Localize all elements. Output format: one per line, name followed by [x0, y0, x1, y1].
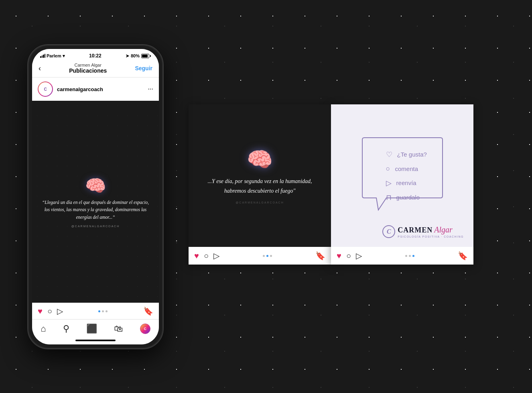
cards-area: 🧠 ...Y ese día, por segunda vez en la hu… — [189, 104, 473, 265]
phone-outer: Parlem ▾ 10:22 ➤ 80% ‹ — [27, 44, 164, 349]
like-button[interactable]: ♥ — [38, 307, 43, 316]
signal-bars — [40, 54, 45, 58]
avatar-inner: C — [39, 82, 52, 96]
card-1-dot-2 — [266, 255, 268, 257]
reels-nav-icon[interactable]: ⬛ — [86, 324, 97, 334]
comment-button[interactable]: ○ — [47, 307, 52, 316]
save-label: guardalo — [396, 194, 420, 201]
post-watermark: @CARMENALGARCOACH — [36, 225, 155, 228]
profile-left: C carmenalgarcoach — [38, 81, 103, 97]
more-options-button[interactable]: ··· — [148, 85, 154, 94]
like-label: ¿Te gusta? — [397, 151, 427, 158]
card-1-watermark: @CARMENALGARCOACH — [236, 201, 284, 204]
nav-title: Carmen Algar Publicaciones — [69, 63, 107, 74]
speech-bubble: ♡ ¿Te gusta? ○ comenta ▷ reenvía ⊓ — [354, 136, 451, 216]
brand-logo: C CARMEN Algar PSICOLOGÍA POSITIVA · COA… — [382, 225, 464, 238]
card-1-indicator — [263, 255, 272, 257]
home-bar — [75, 340, 116, 341]
profile-nav-avatar[interactable]: C — [140, 324, 150, 334]
publications-label: Publicaciones — [69, 67, 107, 74]
home-icon: ⌂ — [41, 324, 46, 334]
brain-icon: 🧠 — [36, 176, 155, 195]
engagement-comment: ○ comenta — [386, 164, 427, 173]
engagement-like: ♡ ¿Te gusta? — [386, 150, 427, 159]
instagram-card-2: ♡ ¿Te gusta? ○ comenta ▷ reenvía ⊓ — [331, 104, 473, 265]
logo-c-letter: C — [382, 225, 395, 238]
logo-text-block: CARMEN Algar PSICOLOGÍA POSITIVA · COACH… — [398, 225, 464, 238]
username-label[interactable]: carmenalgarcoach — [57, 86, 103, 92]
card-2-comment-button[interactable]: ○ — [346, 251, 351, 261]
comment-label: comenta — [395, 165, 418, 172]
dot-2 — [102, 310, 104, 312]
battery-icon — [141, 54, 151, 58]
dot-1 — [98, 310, 100, 312]
card-2-share-button[interactable]: ▷ — [356, 251, 362, 261]
carrier-label: Parlem — [47, 53, 61, 58]
card-1-like-button[interactable]: ♥ — [194, 251, 199, 261]
follow-button[interactable]: Seguir — [135, 65, 152, 71]
share-icon-eng: ▷ — [386, 178, 392, 187]
engagement-save: ⊓ guardalo — [386, 193, 427, 202]
instagram-card-1: 🧠 ...Y ese día, por segunda vez en la hu… — [189, 104, 331, 265]
card-2-indicator — [405, 255, 414, 257]
profile-row: C carmenalgarcoach ··· — [32, 77, 159, 101]
logo-carmen-text: CARMEN — [398, 226, 433, 234]
time-label: 10:22 — [89, 53, 102, 59]
logo-algar-text: Algar — [434, 225, 453, 234]
nav-home[interactable]: ⌂ — [41, 324, 46, 334]
card-1-quote: ...Y ese día, por segunda vez en la huma… — [189, 177, 331, 195]
card-1-share-button[interactable]: ▷ — [213, 251, 219, 261]
status-right: ➤ 80% — [126, 53, 151, 59]
dot-3 — [106, 310, 108, 312]
nav-header: ‹ Carmen Algar Publicaciones Seguir — [32, 60, 159, 77]
card-1-actions: ♥ ○ ▷ 🔖 — [189, 247, 331, 265]
save-icon-eng: ⊓ — [386, 193, 392, 202]
card-1-brain-icon: 🧠 — [247, 147, 273, 172]
main-scene: Parlem ▾ 10:22 ➤ 80% ‹ — [0, 0, 532, 393]
back-button[interactable]: ‹ — [39, 64, 41, 73]
search-nav-icon[interactable]: ⚲ — [63, 324, 69, 334]
location-icon: ➤ — [126, 53, 129, 59]
card-1-actions-left: ♥ ○ ▷ — [194, 251, 219, 261]
home-indicator — [32, 336, 159, 344]
card-1-dot-3 — [270, 255, 272, 257]
profile-name-label: Carmen Algar — [69, 63, 107, 67]
post-image: 🧠 “Llegará un día en el que después de d… — [32, 101, 159, 303]
engagement-share: ▷ reenvía — [386, 178, 427, 187]
logo-subtitle: PSICOLOGÍA POSITIVA · COACHING — [398, 235, 464, 238]
card-1-image: 🧠 ...Y ese día, por segunda vez en la hu… — [189, 104, 331, 247]
share-label: reenvía — [396, 179, 416, 186]
phone-screen: Parlem ▾ 10:22 ➤ 80% ‹ — [32, 49, 159, 344]
shop-nav-icon[interactable]: 🛍 — [114, 324, 123, 334]
comment-icon-eng: ○ — [386, 164, 390, 173]
phone-mockup: Parlem ▾ 10:22 ➤ 80% ‹ — [27, 44, 164, 349]
post-content: 🧠 “Llegará un día en el que después de d… — [32, 172, 159, 232]
card-2-actions-left: ♥ ○ ▷ — [337, 251, 362, 261]
status-left: Parlem ▾ — [40, 53, 65, 59]
card-2-actions: ♥ ○ ▷ 🔖 — [331, 247, 473, 265]
bookmark-button[interactable]: 🔖 — [143, 306, 153, 316]
card-1-dot-1 — [263, 255, 265, 257]
post-actions: ♥ ○ ▷ 🔖 — [32, 303, 159, 319]
card-2-like-button[interactable]: ♥ — [337, 251, 341, 261]
wifi-icon: ▾ — [63, 53, 65, 59]
post-quote: “Llegará un día en el que después de dom… — [36, 199, 155, 221]
status-bar: Parlem ▾ 10:22 ➤ 80% — [32, 49, 159, 60]
bottom-nav: ⌂ ⚲ ⬛ 🛍 C — [32, 319, 159, 336]
card-2-bookmark-button[interactable]: 🔖 — [458, 251, 468, 261]
actions-left: ♥ ○ ▷ — [38, 306, 63, 316]
card-2-dot-3 — [412, 255, 414, 257]
card-1-comment-button[interactable]: ○ — [204, 251, 209, 261]
avatar[interactable]: C — [38, 81, 53, 97]
card-2-image: ♡ ¿Te gusta? ○ comenta ▷ reenvía ⊓ — [331, 104, 473, 247]
battery-label: 80% — [131, 53, 140, 58]
card-2-dot-1 — [405, 255, 407, 257]
card-1-bookmark-button[interactable]: 🔖 — [315, 251, 325, 261]
carousel-indicator — [98, 310, 108, 312]
engagement-items: ♡ ¿Te gusta? ○ comenta ▷ reenvía ⊓ — [386, 150, 427, 202]
share-button[interactable]: ▷ — [57, 306, 63, 316]
card-2-dot-2 — [409, 255, 411, 257]
like-icon: ♡ — [386, 150, 392, 159]
